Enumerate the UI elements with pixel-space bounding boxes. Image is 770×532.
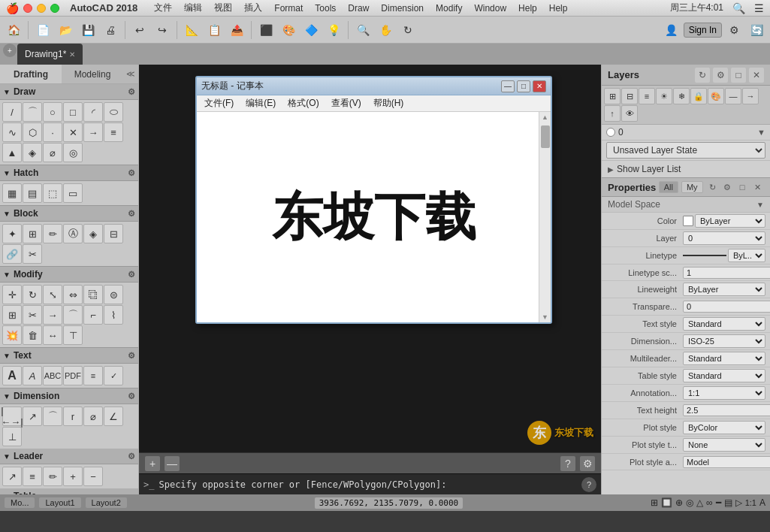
props-tab-my[interactable]: My (681, 181, 703, 193)
layer-move-btn[interactable]: ↑ (604, 105, 621, 122)
save-icon[interactable]: 💾 (77, 20, 98, 41)
publish-icon[interactable]: 📋 (204, 20, 225, 41)
notepad-menu-file[interactable]: 文件(F) (198, 95, 240, 111)
extend-tool[interactable]: → (43, 305, 62, 325)
dim-diameter-tool[interactable]: ⌀ (83, 407, 103, 426)
leader-add-tool[interactable]: + (63, 467, 83, 486)
create-block-tool[interactable]: ⊞ (23, 224, 42, 243)
print-icon[interactable]: 🖨 (100, 20, 121, 41)
scroll-down-icon[interactable]: ▼ (542, 313, 548, 321)
dimension-select[interactable]: ISO-25 (683, 334, 765, 348)
align-tool[interactable]: ⊤ (63, 325, 83, 345)
erase-tool[interactable]: 🗑 (23, 325, 42, 345)
clip-tool[interactable]: ✂ (23, 244, 42, 264)
xref-tool[interactable]: 🔗 (2, 244, 22, 264)
rotate-tool[interactable]: ↻ (23, 285, 42, 304)
layers-refresh-icon[interactable]: ↻ (695, 68, 710, 83)
layer-select[interactable]: 0 (683, 231, 765, 245)
copy-tool[interactable]: ⿻ (83, 285, 103, 304)
leader-style-tool[interactable]: ≡ (23, 467, 42, 486)
color-swatch[interactable] (683, 216, 693, 226)
layer-line-btn[interactable]: — (725, 88, 741, 104)
pan-icon[interactable]: ✋ (375, 20, 396, 41)
user-icon[interactable]: 👤 (661, 20, 682, 41)
hatch-tool[interactable]: ▦ (2, 183, 22, 203)
transparency-toggle[interactable]: ▤ (724, 497, 732, 508)
layout1-tab[interactable]: Layout1 (39, 497, 80, 508)
notepad-menu-edit[interactable]: 编辑(E) (240, 95, 282, 111)
layer-zero-row[interactable]: 0 ▼ (602, 125, 770, 141)
text-style-tool[interactable]: ABC (43, 366, 62, 385)
menu-draw[interactable]: Draw (348, 3, 369, 14)
layers-close-icon[interactable]: ✕ (749, 68, 764, 83)
layer-dropdown-arrow[interactable]: ▼ (757, 128, 765, 137)
notepad-scrollbar[interactable]: ▲ ▼ (539, 112, 551, 322)
wipeout-tool[interactable]: ▭ (63, 183, 83, 203)
menu-help2[interactable]: Help (549, 3, 568, 14)
menu-icon[interactable]: ☰ (754, 2, 764, 14)
render-icon[interactable]: 🎨 (278, 20, 299, 41)
redo-icon[interactable]: ↪ (152, 20, 173, 41)
notepad-content-area[interactable]: 东坡下载 ▲ ▼ (197, 112, 551, 322)
multiline-tool[interactable]: ≡ (104, 122, 123, 142)
export-icon[interactable]: 📤 (226, 20, 247, 41)
region-tool[interactable]: ◈ (23, 143, 42, 162)
notepad-menu-help[interactable]: 帮助(H) (367, 95, 410, 111)
gradient-tool[interactable]: ▤ (23, 183, 42, 203)
menu-tools[interactable]: Tools (315, 3, 336, 14)
circle-tool[interactable]: ○ (43, 102, 62, 122)
menu-window[interactable]: Window (474, 3, 506, 14)
remove-viewport-button[interactable]: — (165, 456, 180, 471)
notepad-title-bar[interactable]: 无标题 - 记事本 — □ ✕ (197, 77, 551, 95)
offset-tool[interactable]: ⊜ (104, 285, 123, 304)
notepad-menu-view[interactable]: 查看(V) (325, 95, 367, 111)
layer-state-select[interactable]: Unsaved Layer State (606, 142, 765, 159)
transparency-input[interactable] (683, 301, 770, 313)
drawing-tab[interactable]: Drawing1* ✕ (17, 44, 83, 65)
open-file-icon[interactable]: 📂 (55, 20, 76, 41)
props-expand-icon[interactable]: □ (735, 180, 749, 194)
arc-tool[interactable]: ◜ (83, 102, 103, 122)
material-icon[interactable]: 🔷 (300, 20, 322, 41)
panel-collapse-icon[interactable]: ≪ (126, 69, 135, 79)
menu-dimension[interactable]: Dimension (381, 3, 424, 14)
ellipse-tool[interactable]: ⬭ (104, 102, 123, 122)
field-tool[interactable]: ≡ (83, 366, 103, 385)
layer-view-btn[interactable]: 👁 (621, 105, 638, 122)
selection-icon[interactable]: ▷ (735, 497, 742, 508)
props-close-icon[interactable]: ✕ (750, 180, 764, 194)
move-tool[interactable]: ✛ (2, 285, 22, 304)
helix-tool[interactable]: ⌀ (43, 143, 62, 162)
dim-arc-tool[interactable]: ⌒ (43, 407, 62, 426)
polygon-tool[interactable]: ⬡ (23, 122, 42, 142)
undo-icon[interactable]: ↩ (129, 20, 150, 41)
3d-icon[interactable]: ⬛ (255, 20, 276, 41)
sync-icon[interactable]: 🔄 (746, 20, 767, 41)
block-settings-icon[interactable]: ⚙ (128, 209, 135, 219)
light-icon[interactable]: 💡 (323, 20, 344, 41)
menu-format[interactable]: Format (274, 3, 303, 14)
new-tab-button[interactable]: + (3, 44, 17, 57)
props-tab-all[interactable]: All (659, 181, 678, 193)
text-style-select[interactable]: Standard (683, 317, 765, 331)
notepad-minimize-button[interactable]: — (501, 80, 515, 92)
new-file-icon[interactable]: 📄 (32, 20, 53, 41)
multileader-select[interactable]: Standard (683, 352, 765, 365)
scroll-up-icon[interactable]: ▲ (542, 113, 548, 121)
dim-linear-tool[interactable]: |←→| (2, 407, 22, 426)
text-section-header[interactable]: ▼ Text ⚙ (0, 348, 138, 364)
close-button[interactable] (23, 4, 32, 13)
text-height-input[interactable] (683, 404, 770, 416)
search-icon[interactable]: 🔍 (732, 2, 745, 14)
boundary-hatch-tool[interactable]: ⬚ (43, 183, 62, 203)
layout2-tab[interactable]: Layout2 (86, 497, 127, 508)
polar-icon[interactable]: ◎ (686, 497, 693, 508)
block-section-header[interactable]: ▼ Block ⚙ (0, 206, 138, 222)
point-tool[interactable]: · (43, 122, 62, 142)
mirror-tool[interactable]: ⇔ (63, 285, 83, 304)
spline-tool[interactable]: ∿ (2, 122, 22, 142)
draw-section-header[interactable]: ▼ Draw ⚙ (0, 84, 138, 100)
block-attr-tool[interactable]: Ⓐ (63, 224, 83, 243)
show-layer-row[interactable]: ▶ Show Layer List (602, 161, 770, 177)
linetype-select[interactable]: ByL... (728, 249, 765, 262)
